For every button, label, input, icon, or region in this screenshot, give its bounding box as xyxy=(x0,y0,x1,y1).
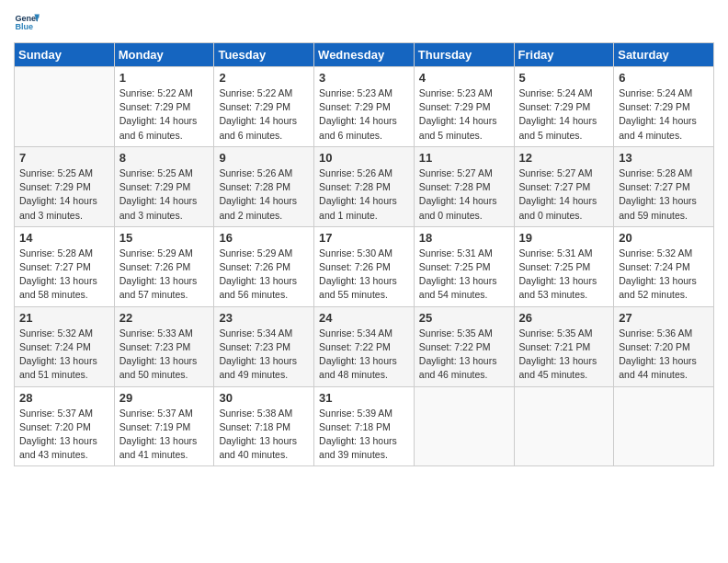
day-number: 2 xyxy=(219,71,309,85)
day-number: 17 xyxy=(319,231,409,245)
day-info: Sunrise: 5:35 AM Sunset: 7:22 PM Dayligh… xyxy=(419,327,509,383)
day-number: 4 xyxy=(419,71,509,85)
day-number: 30 xyxy=(219,391,309,405)
day-info: Sunrise: 5:29 AM Sunset: 7:26 PM Dayligh… xyxy=(219,247,309,303)
calendar-cell: 18Sunrise: 5:31 AM Sunset: 7:25 PM Dayli… xyxy=(414,226,514,306)
calendar-cell: 30Sunrise: 5:38 AM Sunset: 7:18 PM Dayli… xyxy=(214,386,314,466)
col-header-saturday: Saturday xyxy=(614,43,714,67)
day-number: 9 xyxy=(219,151,309,165)
calendar-cell: 11Sunrise: 5:27 AM Sunset: 7:28 PM Dayli… xyxy=(414,146,514,226)
calendar-cell: 25Sunrise: 5:35 AM Sunset: 7:22 PM Dayli… xyxy=(414,306,514,386)
day-number: 21 xyxy=(19,311,109,325)
day-info: Sunrise: 5:38 AM Sunset: 7:18 PM Dayligh… xyxy=(219,407,309,463)
day-number: 7 xyxy=(19,151,109,165)
calendar-cell: 17Sunrise: 5:30 AM Sunset: 7:26 PM Dayli… xyxy=(314,226,415,306)
day-number: 5 xyxy=(519,71,609,85)
calendar-cell: 20Sunrise: 5:32 AM Sunset: 7:24 PM Dayli… xyxy=(614,226,714,306)
logo-icon: General Blue xyxy=(14,9,40,35)
day-info: Sunrise: 5:26 AM Sunset: 7:28 PM Dayligh… xyxy=(319,167,409,223)
day-number: 18 xyxy=(419,231,509,245)
day-info: Sunrise: 5:27 AM Sunset: 7:28 PM Dayligh… xyxy=(419,167,509,223)
calendar-table: SundayMondayTuesdayWednesdayThursdayFrid… xyxy=(14,42,714,466)
day-number: 11 xyxy=(419,151,509,165)
day-number: 16 xyxy=(219,231,309,245)
svg-text:Blue: Blue xyxy=(15,22,33,31)
day-number: 25 xyxy=(419,311,509,325)
day-info: Sunrise: 5:22 AM Sunset: 7:29 PM Dayligh… xyxy=(219,86,309,143)
day-info: Sunrise: 5:28 AM Sunset: 7:27 PM Dayligh… xyxy=(619,167,709,223)
day-info: Sunrise: 5:34 AM Sunset: 7:22 PM Dayligh… xyxy=(319,327,409,383)
day-number: 28 xyxy=(19,391,109,405)
day-number: 23 xyxy=(219,311,309,325)
calendar-cell: 16Sunrise: 5:29 AM Sunset: 7:26 PM Dayli… xyxy=(214,226,314,306)
calendar-cell xyxy=(514,386,614,466)
calendar-cell: 7Sunrise: 5:25 AM Sunset: 7:29 PM Daylig… xyxy=(15,146,115,226)
day-number: 27 xyxy=(619,311,709,325)
day-info: Sunrise: 5:25 AM Sunset: 7:29 PM Dayligh… xyxy=(119,167,210,223)
day-info: Sunrise: 5:31 AM Sunset: 7:25 PM Dayligh… xyxy=(519,247,609,303)
day-number: 14 xyxy=(19,231,109,245)
day-number: 29 xyxy=(119,391,210,405)
day-info: Sunrise: 5:32 AM Sunset: 7:24 PM Dayligh… xyxy=(619,247,709,303)
calendar-cell: 10Sunrise: 5:26 AM Sunset: 7:28 PM Dayli… xyxy=(314,146,415,226)
day-number: 13 xyxy=(619,151,709,165)
calendar-week-row: 7Sunrise: 5:25 AM Sunset: 7:29 PM Daylig… xyxy=(15,146,714,226)
calendar-cell: 3Sunrise: 5:23 AM Sunset: 7:29 PM Daylig… xyxy=(314,67,415,147)
col-header-friday: Friday xyxy=(514,43,614,67)
day-info: Sunrise: 5:32 AM Sunset: 7:24 PM Dayligh… xyxy=(19,327,109,383)
calendar-cell: 23Sunrise: 5:34 AM Sunset: 7:23 PM Dayli… xyxy=(214,306,314,386)
calendar-cell: 26Sunrise: 5:35 AM Sunset: 7:21 PM Dayli… xyxy=(514,306,614,386)
calendar-cell: 5Sunrise: 5:24 AM Sunset: 7:29 PM Daylig… xyxy=(514,67,614,147)
day-number: 19 xyxy=(519,231,609,245)
day-info: Sunrise: 5:37 AM Sunset: 7:19 PM Dayligh… xyxy=(119,407,210,463)
day-number: 26 xyxy=(519,311,609,325)
calendar-cell: 8Sunrise: 5:25 AM Sunset: 7:29 PM Daylig… xyxy=(114,146,214,226)
day-number: 8 xyxy=(119,151,210,165)
day-number: 15 xyxy=(119,231,210,245)
day-info: Sunrise: 5:23 AM Sunset: 7:29 PM Dayligh… xyxy=(419,86,509,143)
col-header-wednesday: Wednesday xyxy=(314,43,415,67)
calendar-cell: 22Sunrise: 5:33 AM Sunset: 7:23 PM Dayli… xyxy=(114,306,214,386)
calendar-cell: 2Sunrise: 5:22 AM Sunset: 7:29 PM Daylig… xyxy=(214,67,314,147)
day-info: Sunrise: 5:30 AM Sunset: 7:26 PM Dayligh… xyxy=(319,247,409,303)
calendar-week-row: 14Sunrise: 5:28 AM Sunset: 7:27 PM Dayli… xyxy=(15,226,714,306)
calendar-week-row: 21Sunrise: 5:32 AM Sunset: 7:24 PM Dayli… xyxy=(15,306,714,386)
day-number: 10 xyxy=(319,151,409,165)
logo: General Blue xyxy=(14,9,40,35)
day-info: Sunrise: 5:27 AM Sunset: 7:27 PM Dayligh… xyxy=(519,167,609,223)
day-info: Sunrise: 5:37 AM Sunset: 7:20 PM Dayligh… xyxy=(19,407,109,463)
day-info: Sunrise: 5:34 AM Sunset: 7:23 PM Dayligh… xyxy=(219,327,309,383)
day-info: Sunrise: 5:22 AM Sunset: 7:29 PM Dayligh… xyxy=(119,86,210,143)
day-info: Sunrise: 5:29 AM Sunset: 7:26 PM Dayligh… xyxy=(119,247,210,303)
calendar-cell: 1Sunrise: 5:22 AM Sunset: 7:29 PM Daylig… xyxy=(114,67,214,147)
day-number: 1 xyxy=(119,71,210,85)
col-header-sunday: Sunday xyxy=(15,43,115,67)
calendar-week-row: 1Sunrise: 5:22 AM Sunset: 7:29 PM Daylig… xyxy=(15,67,714,147)
calendar-cell: 9Sunrise: 5:26 AM Sunset: 7:28 PM Daylig… xyxy=(214,146,314,226)
day-info: Sunrise: 5:33 AM Sunset: 7:23 PM Dayligh… xyxy=(119,327,210,383)
day-number: 24 xyxy=(319,311,409,325)
calendar-week-row: 28Sunrise: 5:37 AM Sunset: 7:20 PM Dayli… xyxy=(15,386,714,466)
day-number: 31 xyxy=(319,391,409,405)
calendar-cell: 31Sunrise: 5:39 AM Sunset: 7:18 PM Dayli… xyxy=(314,386,415,466)
calendar-cell: 4Sunrise: 5:23 AM Sunset: 7:29 PM Daylig… xyxy=(414,67,514,147)
day-info: Sunrise: 5:35 AM Sunset: 7:21 PM Dayligh… xyxy=(519,327,609,383)
col-header-tuesday: Tuesday xyxy=(214,43,314,67)
col-header-thursday: Thursday xyxy=(414,43,514,67)
calendar-cell: 19Sunrise: 5:31 AM Sunset: 7:25 PM Dayli… xyxy=(514,226,614,306)
calendar-header-row: SundayMondayTuesdayWednesdayThursdayFrid… xyxy=(15,43,714,67)
col-header-monday: Monday xyxy=(114,43,214,67)
calendar-cell: 24Sunrise: 5:34 AM Sunset: 7:22 PM Dayli… xyxy=(314,306,415,386)
day-number: 12 xyxy=(519,151,609,165)
calendar-cell: 15Sunrise: 5:29 AM Sunset: 7:26 PM Dayli… xyxy=(114,226,214,306)
day-info: Sunrise: 5:24 AM Sunset: 7:29 PM Dayligh… xyxy=(619,86,709,143)
day-info: Sunrise: 5:25 AM Sunset: 7:29 PM Dayligh… xyxy=(19,167,109,223)
day-info: Sunrise: 5:31 AM Sunset: 7:25 PM Dayligh… xyxy=(419,247,509,303)
calendar-cell: 6Sunrise: 5:24 AM Sunset: 7:29 PM Daylig… xyxy=(614,67,714,147)
calendar-cell xyxy=(614,386,714,466)
calendar-cell: 13Sunrise: 5:28 AM Sunset: 7:27 PM Dayli… xyxy=(614,146,714,226)
day-info: Sunrise: 5:24 AM Sunset: 7:29 PM Dayligh… xyxy=(519,86,609,143)
day-info: Sunrise: 5:26 AM Sunset: 7:28 PM Dayligh… xyxy=(219,167,309,223)
calendar-cell xyxy=(15,67,115,147)
calendar-cell xyxy=(414,386,514,466)
